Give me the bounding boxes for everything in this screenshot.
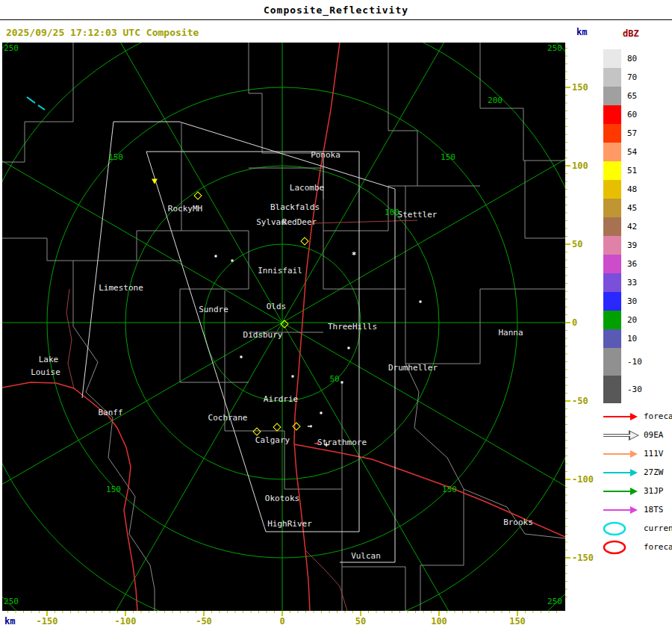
city-label-Limestone: Limestone — [99, 283, 143, 293]
colorbar-label: 57 — [627, 128, 637, 138]
dot-marker — [231, 260, 234, 262]
city-label-HighRiver: HighRiver — [267, 519, 312, 529]
colorbar-label: 10 — [627, 334, 637, 343]
map-labels-layer: PonokaLacombeBlackfaldsSylvanRedDeerStet… — [2, 43, 565, 611]
legend-ellipse-icon — [602, 539, 639, 556]
glyph-marker: → — [314, 438, 320, 448]
range-ring-label: 100 — [385, 208, 399, 217]
timestamp: 2025/09/25 17:12:03 UTC Composite — [6, 27, 199, 38]
dot-marker — [292, 376, 294, 378]
colorbar-swatch — [603, 87, 621, 105]
right-axis-unit: km — [576, 27, 587, 37]
city-label-Stettler: Stettler — [398, 210, 438, 220]
colorbar-row: 10 — [603, 329, 642, 348]
legend-arrow-icon — [602, 446, 639, 462]
right-axis-value: 50 — [572, 239, 582, 249]
radar-map[interactable]: PonokaLacombeBlackfaldsSylvanRedDeerStet… — [2, 43, 565, 611]
city-label-Banff: Banff — [98, 408, 122, 417]
colorbar-swatch — [603, 124, 621, 143]
colorbar-row: 33 — [603, 273, 642, 292]
right-axis-ticks — [565, 43, 571, 611]
city-label-Calgary: Calgary — [255, 435, 290, 445]
arrow-down-marker — [152, 179, 158, 184]
city-label-Drumheller: Drumheller — [388, 363, 438, 373]
colorbar-label: -10 — [627, 357, 642, 367]
range-ring-label: 250 — [4, 43, 19, 53]
right-axis-value: 0 — [572, 317, 577, 328]
window-title: Composite_Reflectivity — [264, 4, 408, 16]
city-label-Olds: Olds — [267, 302, 287, 311]
city-label-Cochrane: Cochrane — [208, 413, 248, 423]
colorbar-row: 39 — [603, 236, 642, 255]
right-axis-value: -150 — [572, 553, 594, 563]
colorbar-label: 65 — [627, 91, 637, 101]
city-label-Hanna: Hanna — [498, 328, 523, 338]
colorbar-row: -30 — [603, 376, 642, 403]
bottom-axis-unit: km — [4, 616, 15, 627]
legend-item-current: current — [602, 519, 672, 538]
city-label-Ponoka: Ponoka — [311, 150, 340, 160]
legend-label: 111V — [644, 449, 664, 458]
bottom-axis-value: -50 — [196, 616, 212, 627]
city-label-Sundre: Sundre — [199, 305, 228, 314]
city-label-ThreeHills: ThreeHills — [328, 322, 377, 332]
range-ring-label: 200 — [488, 96, 503, 105]
range-ring-label: 150 — [108, 152, 123, 162]
colorbar-row: 80 — [603, 49, 642, 68]
colorbar-row: 42 — [603, 217, 642, 236]
legend-arrow-icon — [602, 427, 639, 444]
colorbar-swatch — [603, 199, 621, 217]
city-label-Okotoks: Okotoks — [265, 494, 299, 503]
range-ring-label: 150 — [442, 485, 457, 494]
legend-item-forecast: forecast — [602, 538, 672, 556]
glyph-marker: → — [308, 421, 313, 431]
right-axis-value: -100 — [572, 474, 594, 485]
city-label-Lacombe: Lacombe — [290, 183, 324, 193]
colorbar-row: 57 — [603, 124, 642, 143]
city-label-Louise: Louise — [31, 367, 60, 377]
colorbar-swatch — [603, 236, 621, 255]
diamond-marker — [280, 320, 288, 328]
range-ring-label: 150 — [441, 152, 455, 162]
city-label-Vulcan: Vulcan — [351, 551, 381, 561]
range-ring-label: 150 — [106, 485, 121, 494]
dot-marker — [348, 347, 350, 349]
city-label-Innisfail: Innisfail — [258, 266, 302, 276]
dot-marker — [215, 255, 217, 258]
legend: forecast09EA111V27ZW31JP18TScurrentforec… — [602, 407, 672, 556]
city-label-Airdrie: Airdrie — [264, 394, 298, 404]
colorbar-label: 20 — [627, 315, 637, 325]
right-axis-labels: 150100500-50-100-150 — [572, 43, 602, 611]
legend-label: 09EA — [644, 430, 664, 440]
colorbar-label: 54 — [627, 147, 637, 157]
legend-label: 31JP — [644, 486, 664, 496]
colorbar: 80706560575451484542393633302010-10-30 — [603, 49, 642, 403]
colorbar-swatch — [603, 68, 621, 87]
colorbar-label: 30 — [627, 296, 637, 306]
colorbar-label: 70 — [627, 72, 637, 82]
right-axis-value: 150 — [572, 82, 588, 93]
colorbar-swatch — [603, 311, 621, 329]
colorbar-swatch — [603, 292, 621, 311]
dot-marker — [420, 301, 422, 303]
colorbar-swatch — [603, 273, 621, 292]
bottom-axis-labels: -150-100-50050100150 — [2, 616, 565, 627]
colorbar-row: 54 — [603, 143, 642, 161]
colorbar-swatch — [603, 255, 621, 273]
colorbar-label: 60 — [627, 110, 637, 119]
city-label-Didsbury: Didsbury — [243, 330, 283, 340]
city-label-Lake: Lake — [39, 355, 59, 364]
colorbar-row: 30 — [603, 292, 642, 311]
colorbar-swatch — [603, 376, 621, 403]
dot-marker — [240, 356, 243, 358]
range-ring-label: 250 — [4, 597, 19, 606]
legend-label: 27ZW — [644, 467, 664, 477]
dot-marker — [341, 382, 343, 384]
legend-arrow-icon — [602, 502, 639, 518]
legend-label: forecast — [644, 411, 672, 421]
range-ring-label: 250 — [547, 43, 562, 53]
colorbar-row: 36 — [603, 255, 642, 273]
range-ring-label: 50 — [329, 374, 339, 384]
colorbar-row: -10 — [603, 348, 642, 376]
legend-item-27ZW: 27ZW — [602, 463, 672, 482]
